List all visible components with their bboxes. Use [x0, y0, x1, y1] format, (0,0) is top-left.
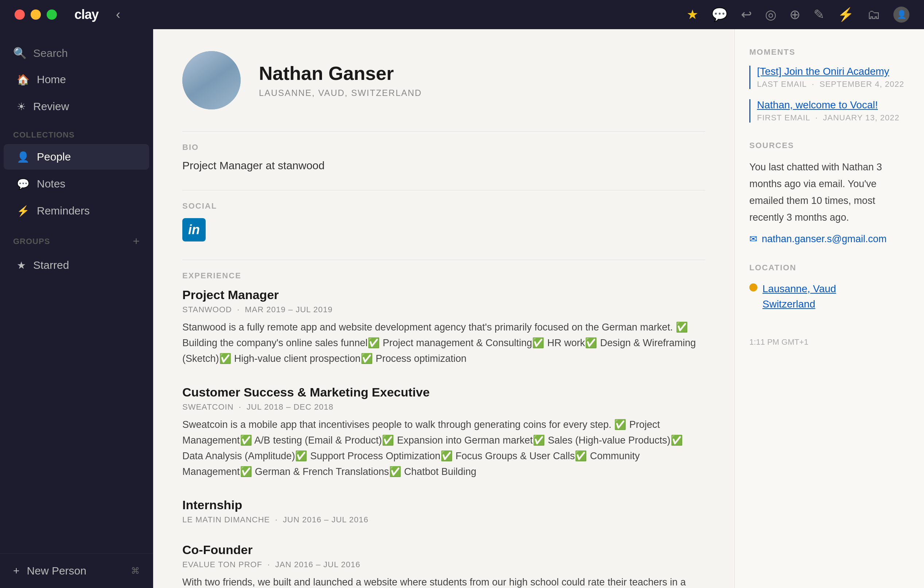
chat-icon[interactable]: 💬: [711, 7, 728, 22]
location-icon[interactable]: ◎: [765, 7, 776, 22]
new-person-label: New Person: [27, 565, 86, 577]
collections-label: COLLECTIONS: [0, 120, 153, 143]
sidebar-item-notes[interactable]: 💬 Notes: [4, 171, 149, 197]
divider: [182, 260, 705, 260]
reminders-icon: ⚡: [17, 205, 30, 217]
moment-meta-date: SEPTEMBER 4, 2022: [820, 79, 904, 89]
add-group-button[interactable]: +: [133, 235, 140, 248]
moment-item: [Test] Join the Oniri Academy LAST EMAIL…: [749, 66, 909, 89]
email-address: nathan.ganser.s@gmail.com: [762, 233, 887, 245]
moment-title[interactable]: [Test] Join the Oniri Academy: [757, 66, 909, 77]
source-email-link[interactable]: ✉ nathan.ganser.s@gmail.com: [749, 233, 909, 245]
sidebar-item-home[interactable]: 🏠 Home: [4, 67, 149, 92]
moment-meta-date: JANUARY 13, 2022: [823, 113, 899, 122]
exp-company: EVALUE TON PROF: [182, 560, 262, 569]
app-logo: clay: [74, 7, 99, 22]
exp-title: Project Manager: [182, 288, 705, 302]
email-icon: ✉: [749, 233, 757, 245]
sidebar-item-label: Starred: [33, 259, 69, 271]
exp-desc: With two friends, we built and launched …: [182, 575, 705, 588]
footer-time: 1:11 PM GMT+1: [749, 337, 808, 347]
maximize-button[interactable]: [47, 10, 57, 20]
avatar-image: [182, 51, 241, 109]
sidebar-item-starred[interactable]: ★ Starred: [4, 253, 149, 278]
groups-label: GROUPS: [13, 237, 50, 246]
location-section: LOCATION Lausanne, Vaud Switzerland: [749, 263, 909, 312]
exp-meta: SWEATCOIN · JUL 2018 – DEC 2018: [182, 402, 705, 412]
review-icon: ☀: [17, 101, 26, 113]
location-item: Lausanne, Vaud Switzerland: [749, 281, 909, 312]
moments-label: MOMENTS: [749, 48, 909, 57]
refresh-icon[interactable]: ↩: [741, 7, 752, 22]
moment-item: Nathan, welcome to Vocal! FIRST EMAIL · …: [749, 99, 909, 122]
share-icon[interactable]: ⊕: [789, 7, 800, 22]
experience-item: Project Manager STANWOOD · MAR 2019 – JU…: [182, 288, 705, 367]
sources-text: You last chatted with Nathan 3 months ag…: [749, 159, 909, 226]
groups-header: GROUPS +: [0, 224, 153, 252]
user-avatar[interactable]: 👤: [893, 7, 909, 23]
sidebar-item-label: Home: [37, 73, 66, 86]
bio-text: Project Manager at stanwood: [182, 159, 705, 172]
sidebar: 🔍 Search 🏠 Home ☀ Review COLLECTIONS 👤 P…: [0, 29, 153, 588]
exp-title: Internship: [182, 498, 705, 512]
home-icon: 🏠: [17, 74, 30, 86]
moment-meta-label: LAST EMAIL: [757, 79, 807, 89]
exp-period: JUN 2016 – JUL 2016: [283, 515, 369, 524]
location-city: Lausanne, Vaud: [762, 283, 836, 294]
lightning-icon[interactable]: ⚡: [838, 7, 854, 22]
search-label: Search: [33, 47, 68, 59]
divider: [182, 131, 705, 132]
bio-section: BIO Project Manager at stanwood: [182, 131, 705, 172]
sidebar-item-review[interactable]: ☀ Review: [4, 94, 149, 119]
exp-meta: STANWOOD · MAR 2019 – JUL 2019: [182, 305, 705, 314]
back-button[interactable]: ‹: [116, 7, 120, 22]
exp-desc: Sweatcoin is a mobile app that incentivi…: [182, 417, 705, 480]
experience-label: EXPERIENCE: [182, 271, 705, 281]
edit-icon[interactable]: ✎: [813, 7, 825, 22]
profile-info: Nathan Ganser LAUSANNE, VAUD, SWITZERLAN…: [259, 63, 422, 98]
sidebar-item-reminders[interactable]: ⚡ Reminders: [4, 198, 149, 224]
exp-company: STANWOOD: [182, 305, 232, 314]
traffic-lights: [15, 10, 57, 20]
experience-section: EXPERIENCE Project Manager STANWOOD · MA…: [182, 260, 705, 588]
close-button[interactable]: [15, 10, 25, 20]
exp-company: LE MATIN DIMANCHE: [182, 515, 270, 524]
sources-section: SOURCES You last chatted with Nathan 3 m…: [749, 141, 909, 245]
people-icon: 👤: [17, 151, 30, 163]
moment-meta: FIRST EMAIL · JANUARY 13, 2022: [757, 113, 909, 122]
exp-title: Customer Success & Marketing Executive: [182, 385, 705, 400]
profile-name: Nathan Ganser: [259, 63, 422, 84]
experience-item: Customer Success & Marketing Executive S…: [182, 385, 705, 480]
new-person-button[interactable]: + New Person ⌘: [13, 565, 140, 577]
sidebar-bottom: + New Person ⌘: [0, 553, 153, 588]
search-icon: 🔍: [13, 47, 26, 59]
exp-period: JAN 2016 – JUL 2016: [275, 560, 360, 569]
sidebar-item-label: Notes: [37, 178, 65, 190]
bio-label: BIO: [182, 143, 705, 152]
location-country: Switzerland: [762, 298, 815, 310]
location-label: LOCATION: [749, 263, 909, 273]
main-content: Nathan Ganser LAUSANNE, VAUD, SWITZERLAN…: [153, 29, 734, 588]
plus-icon: +: [13, 565, 20, 577]
moment-title[interactable]: Nathan, welcome to Vocal!: [757, 99, 909, 111]
app-container: 🔍 Search 🏠 Home ☀ Review COLLECTIONS 👤 P…: [0, 0, 924, 588]
location-dot: [749, 283, 757, 291]
titlebar: clay ‹ ★ 💬 ↩ ◎ ⊕ ✎ ⚡ 🗂 👤: [0, 0, 924, 29]
cmd-icon: ⌘: [131, 566, 140, 576]
sidebar-item-people[interactable]: 👤 People: [4, 144, 149, 170]
minimize-button[interactable]: [31, 10, 41, 20]
search-item[interactable]: 🔍 Search: [0, 40, 153, 66]
moment-meta: LAST EMAIL · SEPTEMBER 4, 2022: [757, 79, 909, 89]
profile-header: Nathan Ganser LAUSANNE, VAUD, SWITZERLAN…: [182, 51, 705, 109]
star-icon[interactable]: ★: [686, 7, 698, 22]
social-section: SOCIAL in: [182, 190, 705, 241]
linkedin-icon: in: [188, 222, 200, 238]
location-link[interactable]: Lausanne, Vaud Switzerland: [762, 281, 836, 312]
exp-title: Co-Founder: [182, 543, 705, 557]
divider: [182, 190, 705, 190]
archive-icon[interactable]: 🗂: [867, 7, 880, 22]
exp-meta: EVALUE TON PROF · JAN 2016 – JUL 2016: [182, 560, 705, 570]
linkedin-link[interactable]: in: [182, 218, 206, 241]
starred-icon: ★: [17, 259, 26, 271]
social-label: SOCIAL: [182, 202, 705, 211]
